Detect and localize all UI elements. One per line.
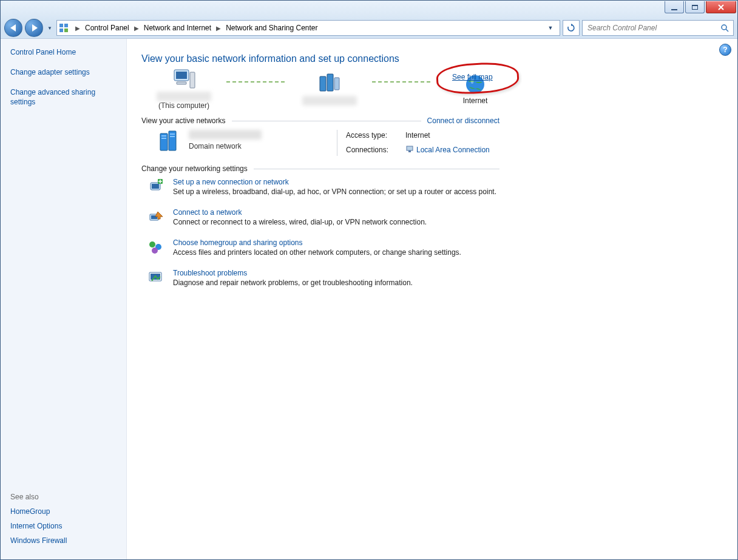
search-box[interactable]: [582, 20, 734, 36]
network-name-redacted: [302, 96, 357, 106]
location-icon: [58, 22, 69, 33]
active-networks-label: View your active networks: [141, 116, 232, 125]
connection-link-text: Local Area Connection: [416, 146, 490, 154]
body: Control Panel Home Change adapter settin…: [1, 38, 737, 559]
network-icon: [317, 73, 342, 95]
sidebar-home-link[interactable]: Control Panel Home: [10, 47, 117, 58]
active-network-block: Domain network Access type: Internet Con…: [158, 130, 723, 156]
window-buttons: [665, 1, 736, 13]
settings-item-title: Set up a new connection or network: [173, 178, 496, 186]
new-connection-icon: [147, 178, 164, 195]
map-connector: [226, 81, 287, 83]
address-bar[interactable]: ▶ Control Panel ▶ Network and Internet ▶…: [56, 20, 560, 36]
page-title: View your basic network information and …: [141, 53, 723, 64]
svg-point-28: [149, 241, 155, 248]
svg-rect-11: [327, 74, 333, 91]
homegroup-icon: [147, 238, 164, 255]
svg-rect-21: [407, 146, 413, 150]
network-type-label: Domain network: [189, 142, 262, 150]
refresh-button[interactable]: [563, 20, 580, 36]
see-full-map-wrap: See full map: [445, 67, 518, 91]
breadcrumb-separator-icon: ▶: [72, 25, 84, 32]
svg-rect-1: [64, 24, 68, 27]
map-node-network: [287, 73, 372, 106]
sidebar-link-adapter-settings[interactable]: Change adapter settings: [10, 67, 117, 78]
sidebar: Control Panel Home Change adapter settin…: [1, 39, 127, 559]
search-input[interactable]: [586, 23, 720, 33]
svg-rect-2: [59, 29, 63, 32]
settings-item-title: Connect to a network: [173, 208, 427, 217]
connection-link[interactable]: Local Area Connection: [405, 145, 490, 155]
settings-item-desc: Diagnose and repair network problems, or…: [173, 278, 413, 287]
main-content: ? View your basic network information an…: [127, 39, 737, 559]
nav-forward-button[interactable]: [25, 19, 43, 37]
settings-list: Set up a new connection or network Set u…: [147, 178, 723, 287]
computer-name-redacted: [157, 92, 211, 101]
breadcrumb-item[interactable]: Network and Sharing Center: [225, 24, 319, 32]
maximize-button[interactable]: [685, 1, 705, 13]
see-also-header: See also: [10, 493, 117, 501]
settings-item-troubleshoot[interactable]: Troubleshoot problems Diagnose and repai…: [147, 269, 723, 287]
svg-rect-10: [320, 76, 326, 91]
computer-icon: [171, 69, 197, 90]
address-row: ▼ ▶ Control Panel ▶ Network and Internet…: [1, 18, 737, 38]
svg-rect-18: [161, 138, 166, 139]
active-networks-header: View your active networks Connect or dis…: [141, 116, 499, 125]
minimize-button[interactable]: [665, 1, 684, 13]
svg-rect-17: [161, 135, 166, 137]
svg-rect-24: [152, 184, 159, 189]
this-computer-caption: (This computer): [158, 101, 209, 110]
svg-rect-20: [170, 136, 175, 137]
svg-rect-0: [59, 24, 63, 27]
settings-header-label: Change your networking settings: [141, 164, 254, 173]
help-icon[interactable]: ?: [719, 44, 731, 56]
settings-item-desc: Set up a wireless, broadband, dial-up, a…: [173, 187, 496, 196]
svg-rect-3: [64, 29, 68, 32]
map-node-this-computer: (This computer): [141, 69, 226, 110]
access-type-value: Internet: [405, 131, 490, 140]
domain-network-name-redacted: [189, 130, 262, 140]
breadcrumb-separator-icon: ▶: [130, 25, 143, 32]
close-button[interactable]: [706, 1, 736, 13]
see-also-internet-options[interactable]: Internet Options: [10, 522, 117, 530]
see-also-windows-firewall[interactable]: Windows Firewall: [10, 536, 117, 545]
settings-item-connect-network[interactable]: Connect to a network Connect or reconnec…: [147, 208, 723, 226]
breadcrumb-item[interactable]: Network and Internet: [143, 24, 212, 32]
settings-item-new-connection[interactable]: Set up a new connection or network Set u…: [147, 178, 723, 196]
access-type-label: Access type:: [346, 131, 401, 140]
connections-label: Connections:: [346, 146, 401, 154]
svg-rect-19: [170, 133, 175, 135]
svg-rect-12: [334, 78, 339, 90]
domain-network-icon: [158, 130, 183, 156]
sidebar-link-advanced-sharing[interactable]: Change advanced sharing settings: [10, 87, 117, 108]
see-full-map-link[interactable]: See full map: [452, 73, 493, 81]
svg-rect-7: [176, 72, 187, 79]
map-connector: [372, 81, 433, 83]
troubleshoot-icon: [147, 269, 164, 286]
internet-caption: Internet: [463, 96, 488, 105]
network-map-row: (This computer): [141, 68, 723, 110]
window-frame: ▼ ▶ Control Panel ▶ Network and Internet…: [0, 0, 738, 560]
settings-header: Change your networking settings: [141, 164, 499, 173]
svg-point-4: [722, 25, 726, 30]
svg-rect-8: [190, 72, 195, 88]
see-also-homegroup[interactable]: HomeGroup: [10, 507, 117, 516]
breadcrumb-separator-icon: ▶: [212, 25, 225, 32]
nic-icon: [405, 145, 414, 155]
nav-history-dropdown[interactable]: ▼: [46, 19, 54, 36]
address-dropdown-button[interactable]: ▼: [545, 22, 556, 33]
settings-item-desc: Access files and printers located on oth…: [173, 248, 461, 257]
settings-item-homegroup[interactable]: Choose homegroup and sharing options Acc…: [147, 238, 723, 257]
svg-rect-22: [408, 150, 411, 152]
title-bar: [1, 1, 737, 18]
svg-line-5: [726, 29, 728, 32]
search-icon[interactable]: [720, 23, 730, 33]
svg-point-30: [152, 248, 158, 254]
svg-rect-9: [177, 82, 186, 84]
breadcrumb-item[interactable]: Control Panel: [84, 24, 130, 32]
settings-item-title: Choose homegroup and sharing options: [173, 238, 461, 247]
nav-back-button[interactable]: [4, 19, 22, 37]
settings-item-title: Troubleshoot problems: [173, 269, 413, 277]
connect-disconnect-link[interactable]: Connect or disconnect: [421, 116, 499, 125]
settings-item-desc: Connect or reconnect to a wireless, wire…: [173, 218, 427, 226]
